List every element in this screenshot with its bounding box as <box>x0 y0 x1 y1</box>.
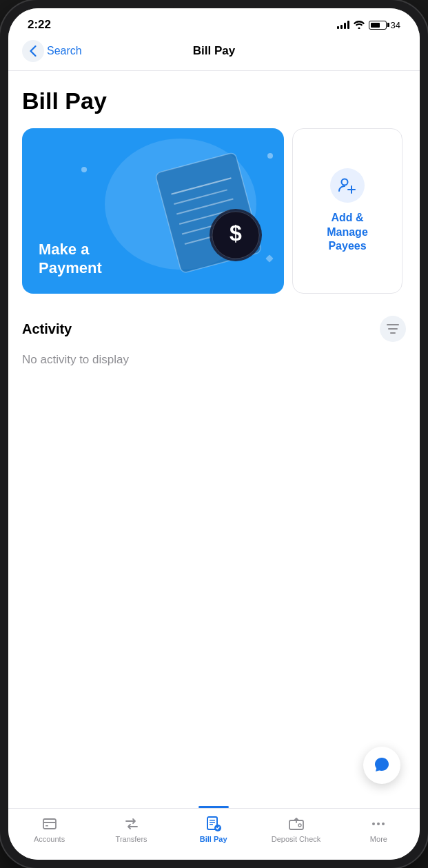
payee-icon-wrapper <box>330 168 365 203</box>
battery-percent: 34 <box>391 20 400 30</box>
svg-point-14 <box>342 179 348 185</box>
chat-icon <box>373 756 391 774</box>
back-button[interactable]: Search <box>22 40 82 62</box>
active-tab-indicator <box>198 806 229 808</box>
svg-point-12 <box>267 153 273 159</box>
svg-point-26 <box>372 822 375 825</box>
status-bar: 2:22 34 <box>8 8 420 37</box>
tab-accounts-label: Accounts <box>34 835 65 843</box>
filter-icon <box>387 324 399 334</box>
make-payment-card[interactable]: $ Make a Payment <box>22 128 284 294</box>
tab-bar: Accounts Transfers <box>8 808 420 860</box>
svg-point-25 <box>298 824 301 827</box>
cards-row: $ Make a Payment <box>22 128 406 294</box>
add-manage-payees-card[interactable]: Add & Manage Payees <box>292 128 402 294</box>
svg-point-27 <box>377 822 380 825</box>
signal-icon <box>337 21 349 29</box>
transfers-icon <box>123 816 140 832</box>
svg-rect-16 <box>43 819 56 829</box>
nav-title: Bill Pay <box>193 44 235 58</box>
tab-transfers[interactable]: Transfers <box>108 816 156 843</box>
filter-button[interactable] <box>380 316 406 342</box>
tab-more[interactable]: More <box>354 816 402 843</box>
svg-rect-21 <box>210 822 215 823</box>
add-payee-label: Add & Manage Payees <box>327 211 368 254</box>
svg-rect-20 <box>210 820 215 821</box>
bill-pay-icon <box>205 816 223 834</box>
svg-rect-18 <box>45 825 48 827</box>
svg-rect-17 <box>43 822 56 823</box>
more-icon <box>370 816 387 832</box>
activity-title: Activity <box>22 321 72 337</box>
chat-fab[interactable] <box>363 747 400 784</box>
tab-more-label: More <box>370 835 387 843</box>
no-activity-message: No activity to display <box>22 353 406 367</box>
main-content: Bill Pay <box>8 71 420 808</box>
phone-frame: 2:22 34 <box>0 0 428 868</box>
deposit-check-icon <box>288 816 305 832</box>
wifi-icon <box>354 21 365 29</box>
svg-point-11 <box>81 167 87 172</box>
back-chevron-icon <box>30 46 37 57</box>
status-icons: 34 <box>337 20 400 30</box>
tab-deposit-check-label: Deposit Check <box>272 835 321 843</box>
make-payment-label: Make a Payment <box>39 241 267 277</box>
tab-bill-pay[interactable]: Bill Pay <box>190 816 238 843</box>
back-label: Search <box>47 45 82 57</box>
add-payee-icon <box>338 176 357 195</box>
tab-accounts[interactable]: Accounts <box>26 816 74 843</box>
tab-transfers-label: Transfers <box>116 835 147 843</box>
phone-screen: 2:22 34 <box>8 8 420 860</box>
page-title: Bill Pay <box>22 88 406 114</box>
accounts-icon <box>41 816 58 832</box>
battery-icon <box>369 21 387 30</box>
svg-point-28 <box>382 822 385 825</box>
tab-deposit-check[interactable]: Deposit Check <box>272 816 321 843</box>
tab-bill-pay-label: Bill Pay <box>200 835 227 843</box>
status-time: 2:22 <box>28 18 51 32</box>
svg-rect-22 <box>210 824 213 825</box>
activity-section-header: Activity <box>22 316 406 342</box>
